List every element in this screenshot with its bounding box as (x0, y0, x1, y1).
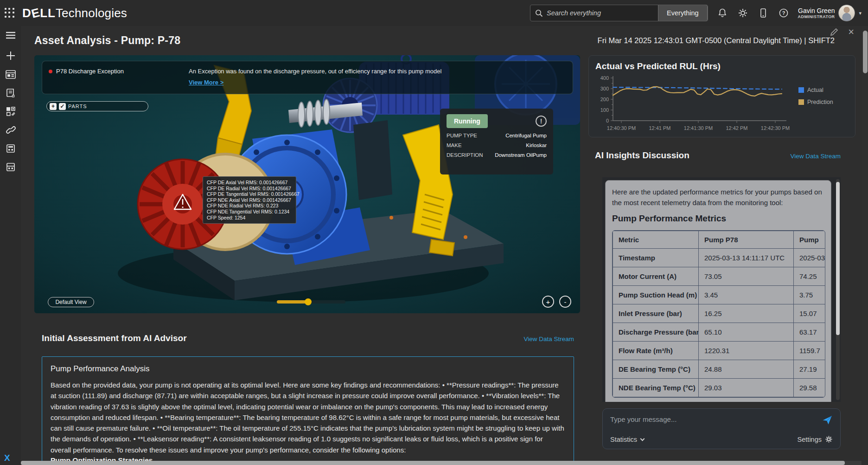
sidebar-calculator-icon[interactable] (0, 139, 21, 158)
edit-pencil-icon[interactable] (830, 28, 838, 38)
user-menu[interactable]: Gavin Green ADMINISTRATOR ▾ (798, 5, 862, 21)
sidebar-add-icon[interactable] (0, 46, 21, 65)
chevron-down-icon (640, 436, 645, 441)
pump-3d-viewer[interactable]: P78 Discharge Exception An Exception was… (34, 55, 580, 313)
assistant-message-bubble: Here are the updated performance metrics… (605, 180, 831, 402)
metric-value: 1159.7 (794, 342, 826, 360)
slider-thumb[interactable] (305, 298, 312, 305)
svg-text:200: 200 (600, 97, 609, 102)
message-intro: Here are the updated performance metrics… (612, 187, 824, 208)
metrics-row: Timestamp2025-03-13 14:11:17 UTC2025-03-… (613, 249, 826, 267)
global-search: Everything (530, 5, 708, 21)
svg-text:12:41:30 PM: 12:41:30 PM (684, 125, 713, 131)
rul-chart-card: Actual vs Predicted RUL (Hrs) 0100200300… (588, 55, 855, 137)
settings-gear-icon (825, 435, 833, 443)
view-more-link[interactable]: View More > (189, 79, 223, 86)
metric-value: 3.45 (699, 286, 794, 304)
assessment-card: Pump Performance Analysis Based on the p… (42, 356, 574, 465)
metric-name: Discharge Pressure (bar) (613, 323, 699, 342)
status-value: Centrifugal Pump (505, 133, 547, 138)
metrics-col-header: Pump P78 (699, 231, 794, 249)
svg-text:0: 0 (606, 118, 609, 123)
page-horizontal-scrollbar-thumb[interactable] (21, 461, 845, 465)
svg-text:Actual: Actual (807, 87, 823, 93)
sidebar-dashboard-icon[interactable] (0, 65, 21, 84)
tooltip-line: CFP DE Tangential Vel RMS: 0.001426667 (207, 191, 292, 197)
status-label: MAKE (447, 142, 462, 148)
sidebar-widgets-icon[interactable] (0, 102, 21, 121)
chat-message-input[interactable] (610, 415, 810, 423)
assessment-title: Initial Assessment from AI Advisor (42, 333, 187, 343)
send-message-icon[interactable] (822, 414, 833, 427)
mobile-device-icon[interactable] (757, 7, 769, 19)
dell-technologies-logo[interactable]: DELL Technologies (22, 6, 127, 20)
assessment-view-data-stream-link[interactable]: View Data Stream (523, 336, 574, 342)
svg-text:?: ? (782, 10, 785, 16)
zoom-out-button[interactable]: - (559, 296, 571, 308)
page-horizontal-scrollbar-track[interactable] (21, 461, 862, 465)
settings-gear-icon[interactable] (737, 7, 749, 19)
parts-toggle[interactable]: + ✓ PARTS (46, 101, 148, 111)
metric-value: 3.75 (794, 286, 826, 304)
zoom-slider[interactable] (277, 300, 345, 304)
close-icon[interactable]: × (848, 26, 854, 38)
sidebar-work-orders-icon[interactable] (0, 84, 21, 102)
chat-settings-button[interactable]: Settings (798, 435, 833, 443)
chat-scrollbar-thumb[interactable] (836, 182, 840, 335)
metric-name: Inlet Pressure (bar) (613, 304, 699, 323)
chat-scroll-area[interactable]: Here are the updated performance metrics… (602, 177, 841, 402)
parts-label: PARTS (68, 103, 87, 109)
metrics-col-header: Pump (794, 231, 826, 249)
logo-word: Technologies (56, 6, 127, 20)
svg-text:100: 100 (600, 107, 609, 113)
tooltip-line: CFP NDE Tangential Vel RMS: 0.1234 (207, 209, 292, 215)
page-vertical-scrollbar-track[interactable] (862, 26, 868, 465)
page-vertical-scrollbar-thumb[interactable] (863, 31, 868, 73)
sidebar-link-icon[interactable] (0, 121, 21, 139)
alert-info-icon[interactable]: ! (536, 116, 547, 127)
expand-parts-icon[interactable]: + (50, 103, 57, 110)
zoom-in-button[interactable]: + (542, 296, 554, 308)
metrics-table: MetricPump P78PumpTimestamp2025-03-13 14… (613, 231, 825, 397)
metric-name: Pump Suction Head (m) (613, 286, 699, 304)
sidebar-menu-icon[interactable] (0, 26, 21, 45)
notifications-bell-icon[interactable] (716, 7, 728, 19)
help-icon[interactable]: ? (778, 7, 790, 19)
x-brand-logo[interactable]: X (4, 453, 10, 463)
status-value: Kirloskar (526, 142, 547, 148)
metric-value: 27.19 (794, 360, 826, 379)
metric-value: 63.17 (794, 323, 826, 342)
rul-line-chart[interactable]: 010020030040012:40:30 PM12:41 PM12:41:30… (595, 73, 849, 136)
insights-view-data-stream-link[interactable]: View Data Stream (790, 153, 841, 160)
svg-text:Prediction: Prediction (807, 99, 833, 105)
exception-dot-icon (49, 70, 52, 73)
tooltip-line: CFP DE Axial Vel RMS: 0.001426667 (207, 180, 292, 186)
top-bar: DELL Technologies Everything ? (0, 0, 868, 26)
metric-value: 73.05 (699, 267, 794, 286)
statistics-dropdown[interactable]: Statistics (610, 436, 644, 443)
status-row: DESCRIPTION Downstream OilPump (447, 152, 547, 158)
app-launcher-icon[interactable] (5, 8, 15, 18)
metric-value: 1220.31 (699, 342, 794, 360)
tooltip-line: CFP Speed: 1254 (207, 215, 292, 221)
sidebar-panel-icon[interactable] (0, 158, 21, 176)
svg-text:300: 300 (600, 86, 609, 91)
metrics-row: NDE Bearing Temp (°C)29.0329.58 (613, 379, 826, 397)
page-title: Asset Analysis - Pump: P-78 (34, 34, 180, 47)
assessment-body: Based on the provided data, your pump is… (51, 380, 565, 455)
tooltip-line: CFP NDE Radial Vel RMS: 0.223 (207, 203, 292, 209)
default-view-button[interactable]: Default View (48, 297, 94, 307)
pump-status-panel: Running ! PUMP TYPE Centrifugal Pump MAK… (440, 109, 553, 174)
metric-value: 29.03 (699, 379, 794, 397)
chat-input-card: Statistics Settings (602, 408, 841, 449)
status-value: Downstream OilPump (495, 152, 547, 158)
chevron-down-icon[interactable]: ▾ (859, 10, 862, 16)
running-status-badge[interactable]: Running (447, 114, 488, 128)
user-avatar[interactable] (838, 5, 855, 21)
search-input[interactable] (547, 9, 658, 17)
metric-name: DE Bearing Temp (°C) (613, 360, 699, 379)
search-scope-button[interactable]: Everything (658, 5, 708, 21)
left-sidebar: X (0, 26, 21, 465)
parts-checkbox[interactable]: ✓ (59, 103, 66, 110)
metric-value: 24.88 (699, 360, 794, 379)
